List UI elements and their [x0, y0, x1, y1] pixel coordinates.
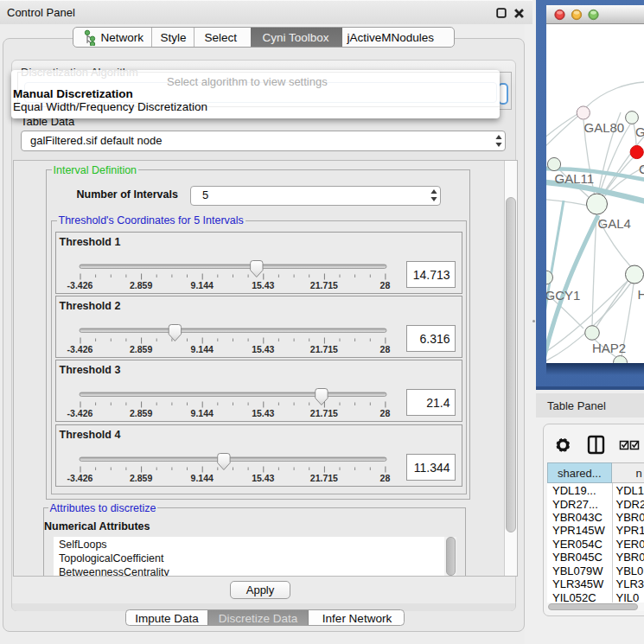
svg-text:C: C [639, 162, 644, 176]
svg-text:GAL11: GAL11 [555, 171, 595, 186]
svg-text:GA: GA [635, 124, 644, 139]
svg-text:GCY1: GCY1 [546, 288, 580, 303]
svg-text:GAL4: GAL4 [598, 216, 631, 231]
svg-text:H: H [638, 287, 644, 302]
svg-text:HAP2: HAP2 [592, 341, 626, 355]
svg-text:GAL80: GAL80 [584, 120, 625, 135]
